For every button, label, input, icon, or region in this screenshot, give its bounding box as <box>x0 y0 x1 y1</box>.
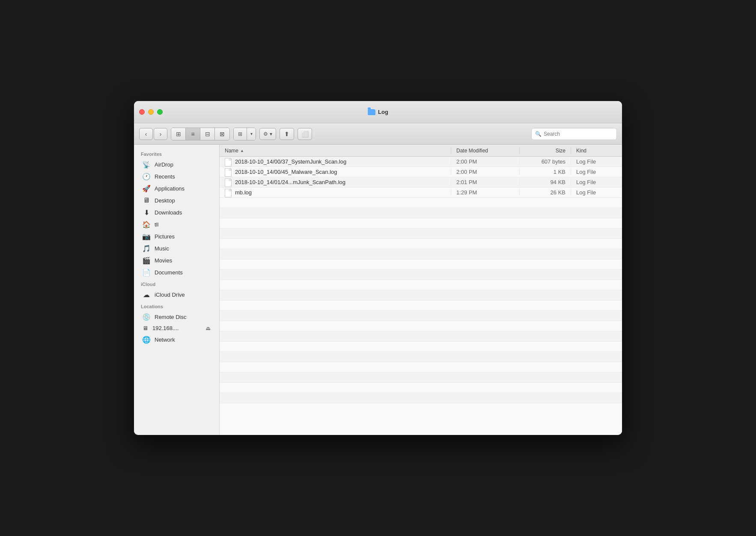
recents-icon: 🕐 <box>143 173 150 180</box>
title-text: Log <box>378 109 388 115</box>
tag-button[interactable]: ⬜ <box>298 128 312 140</box>
sidebar-item-music[interactable]: 🎵 Music <box>136 242 217 254</box>
empty-row <box>220 331 622 342</box>
file-name: mb.log <box>235 189 252 196</box>
locations-label: Locations <box>134 301 219 311</box>
movies-icon: 🎬 <box>143 256 150 264</box>
view-column-button[interactable]: ⊟ <box>200 128 215 140</box>
file-row[interactable]: 2018-10-10_14/00/45_Malware_Scan.log 2:0… <box>220 167 622 177</box>
maximize-button[interactable] <box>157 109 163 115</box>
column-size-header[interactable]: Size <box>519 148 571 154</box>
file-row[interactable]: mb.log 1:29 PM 26 KB Log File <box>220 188 622 198</box>
sidebar-item-downloads[interactable]: ⬇ Downloads <box>136 206 217 218</box>
empty-area <box>220 198 622 403</box>
icloud-label: iCloud <box>134 278 219 289</box>
sidebar-item-label: 192.168.... <box>152 325 179 331</box>
file-name: 2018-10-10_14/00/45_Malware_Scan.log <box>235 169 337 175</box>
forward-button[interactable]: › <box>154 128 167 140</box>
file-row[interactable]: 2018-10-10_14/00/37_SystemJunk_Scan.log … <box>220 157 622 167</box>
sidebar-item-label: Movies <box>155 257 172 264</box>
empty-row <box>220 208 622 218</box>
eject-button[interactable]: ⏏ <box>205 325 211 331</box>
sidebar-item-network[interactable]: 🌐 Network <box>136 334 217 345</box>
sidebar-item-pictures[interactable]: 📷 Pictures <box>136 230 217 242</box>
file-date: 2:00 PM <box>451 158 519 165</box>
sidebar-item-label: Downloads <box>155 209 182 216</box>
share-button[interactable]: ⬆ <box>280 128 294 140</box>
file-size: 94 KB <box>519 179 571 185</box>
icloud-icon: ☁ <box>143 291 150 298</box>
gallery-icon: ⊠ <box>220 131 225 137</box>
empty-row <box>220 383 622 393</box>
file-icon <box>225 158 232 166</box>
tag-icon: ⬜ <box>301 131 309 137</box>
column-size-label: Size <box>556 148 566 154</box>
view-gallery-button[interactable]: ⊠ <box>215 128 229 140</box>
title-bar: Log <box>134 101 622 123</box>
empty-row <box>220 270 622 280</box>
pictures-icon: 📷 <box>143 232 150 240</box>
minimize-button[interactable] <box>148 109 154 115</box>
column-name-label: Name <box>225 148 238 154</box>
sidebar-item-label: Applications <box>155 185 185 192</box>
finder-window: Log ‹ › ⊞ ≡ ⊟ ⊠ <box>134 101 622 435</box>
column-icon: ⊟ <box>205 131 210 137</box>
group-button[interactable]: ⊞ <box>234 128 247 140</box>
empty-row <box>220 342 622 352</box>
favorites-label: Favorites <box>134 148 219 158</box>
gear-icon: ⚙ <box>263 131 268 137</box>
file-icon <box>225 168 232 176</box>
sidebar-item-network-share[interactable]: 🖥 192.168.... ⏏ <box>136 323 217 334</box>
search-input[interactable] <box>544 131 613 137</box>
sidebar-item-label: Recents <box>155 173 175 180</box>
column-kind-label: Kind <box>576 148 586 154</box>
file-name: 2018-10-10_14/01/24...mJunk_ScanPath.log <box>235 179 345 185</box>
sidebar-item-applications[interactable]: 🚀 Applications <box>136 182 217 194</box>
file-list: Name ▲ Date Modified Size Kind 2018-10-1… <box>220 145 622 435</box>
documents-icon: 📄 <box>143 268 150 276</box>
desktop-icon: 🖥 <box>143 197 150 204</box>
group-grid-icon: ⊞ <box>238 131 242 137</box>
column-kind-header[interactable]: Kind <box>571 148 622 154</box>
empty-row <box>220 311 622 321</box>
view-list-button[interactable]: ≡ <box>186 128 200 140</box>
file-kind: Log File <box>571 169 622 175</box>
close-button[interactable] <box>139 109 145 115</box>
search-box[interactable]: 🔍 <box>531 128 617 140</box>
file-list-header: Name ▲ Date Modified Size Kind <box>220 145 622 157</box>
file-size: 1 KB <box>519 169 571 175</box>
sidebar-item-icloud-drive[interactable]: ☁ iCloud Drive <box>136 289 217 301</box>
file-date: 2:01 PM <box>451 179 519 185</box>
file-row[interactable]: 2018-10-10_14/01/24...mJunk_ScanPath.log… <box>220 177 622 188</box>
empty-row <box>220 290 622 301</box>
file-date: 1:29 PM <box>451 189 519 196</box>
column-date-header[interactable]: Date Modified <box>451 148 519 154</box>
share-icon: ⬆ <box>284 131 289 137</box>
sidebar-item-documents[interactable]: 📄 Documents <box>136 266 217 278</box>
sidebar-item-label: Music <box>155 245 169 252</box>
column-name-header[interactable]: Name ▲ <box>220 148 451 154</box>
empty-row <box>220 393 622 403</box>
disc-icon: 💿 <box>143 313 150 321</box>
sidebar-item-remote-disc[interactable]: 💿 Remote Disc <box>136 311 217 323</box>
group-arrow-button[interactable]: ▾ <box>247 128 256 140</box>
file-name: 2018-10-10_14/00/37_SystemJunk_Scan.log <box>235 158 346 165</box>
sidebar-item-recents[interactable]: 🕐 Recents <box>136 170 217 182</box>
sidebar-item-label: Documents <box>155 269 183 276</box>
group-dropdown: ⊞ ▾ <box>233 128 256 140</box>
window-title: Log <box>368 109 388 115</box>
file-kind: Log File <box>571 189 622 196</box>
sidebar-item-airdrop[interactable]: 📡 AirDrop <box>136 158 217 170</box>
folder-icon <box>368 109 375 115</box>
sidebar-item-tll[interactable]: 🏠 tll <box>136 218 217 230</box>
group-chevron-icon: ▾ <box>250 131 253 136</box>
applications-icon: 🚀 <box>143 185 150 192</box>
back-button[interactable]: ‹ <box>139 128 153 140</box>
view-icon-button[interactable]: ⊞ <box>171 128 186 140</box>
sidebar-item-movies[interactable]: 🎬 Movies <box>136 254 217 266</box>
sidebar-item-desktop[interactable]: 🖥 Desktop <box>136 194 217 206</box>
sidebar-item-label: Network <box>155 336 175 343</box>
settings-button[interactable]: ⚙ ▾ <box>259 128 276 140</box>
empty-row <box>220 239 622 249</box>
sidebar-item-label: AirDrop <box>155 161 173 168</box>
